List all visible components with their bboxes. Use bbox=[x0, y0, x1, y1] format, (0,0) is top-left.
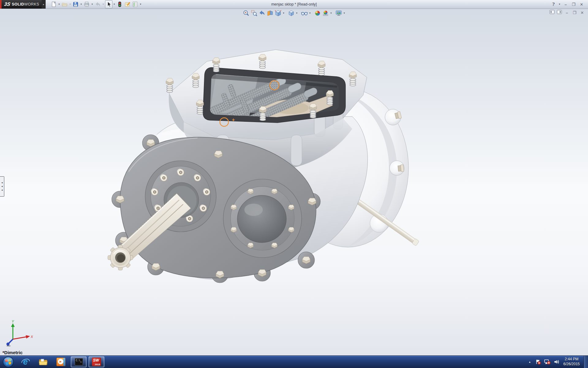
select-tool-dropdown[interactable]: ▾ bbox=[113, 1, 116, 8]
appearance-ball-icon bbox=[314, 10, 321, 17]
start-button[interactable] bbox=[0, 356, 17, 368]
taskbar-command-prompt[interactable]: C:\ bbox=[71, 356, 87, 367]
display-style-cube-icon bbox=[288, 10, 295, 17]
windows-start-orb-icon bbox=[2, 356, 14, 368]
command-prompt-icon: C:\ bbox=[75, 358, 83, 366]
section-view-button[interactable] bbox=[266, 9, 274, 17]
previous-view-icon bbox=[258, 10, 266, 17]
doc-minimize-button[interactable]: – bbox=[564, 10, 570, 15]
featuremanager-collapsed-tab[interactable]: ◂ ◂ ◂ bbox=[0, 176, 4, 197]
open-button[interactable] bbox=[61, 0, 68, 8]
collapse-arrow-icon: ◂ bbox=[1, 185, 2, 188]
edit-appearance-button[interactable] bbox=[314, 9, 322, 17]
open-folder-icon bbox=[62, 1, 68, 7]
previous-view-button[interactable] bbox=[258, 9, 266, 17]
main-toolbar: ▾ ▾ ▾ ▾ ▾ ▾ ▾ bbox=[50, 0, 142, 8]
help-button[interactable]: ? bbox=[550, 2, 557, 7]
triad-y-label: Y bbox=[12, 320, 14, 323]
save-button[interactable] bbox=[72, 0, 79, 8]
new-document-button[interactable] bbox=[50, 0, 57, 8]
tray-date: 6/26/2015 bbox=[564, 362, 580, 367]
taskbar-file-explorer[interactable] bbox=[35, 356, 51, 367]
traffic-light-button[interactable] bbox=[116, 0, 123, 8]
input-shaft-spline-end[interactable] bbox=[108, 245, 133, 270]
selection-plus-icon: + bbox=[232, 117, 235, 123]
eyeglasses-icon bbox=[301, 10, 308, 17]
display-style-dropdown[interactable]: ▾ bbox=[295, 10, 298, 17]
highlighted-gear-tooth[interactable] bbox=[269, 80, 280, 90]
zoom-to-fit-icon bbox=[243, 10, 250, 17]
volume-icon[interactable] bbox=[553, 359, 560, 365]
menu-expand-arrow-icon[interactable]: ▸ bbox=[42, 0, 46, 9]
apply-scene-button[interactable] bbox=[322, 9, 330, 17]
doc-restore-button[interactable]: ❐ bbox=[572, 10, 577, 15]
windows-taskbar: e ▶ C:\ SW 2015 bbox=[0, 355, 588, 368]
edit-note-icon bbox=[124, 1, 130, 7]
zoom-to-fit-button[interactable] bbox=[242, 9, 250, 17]
help-dropdown[interactable]: ▾ bbox=[558, 1, 561, 8]
select-cursor-icon bbox=[106, 1, 112, 7]
show-hidden-icons-button[interactable]: ▲ bbox=[527, 359, 532, 365]
document-title: menjac sklop * [Read-only] bbox=[271, 2, 317, 6]
view-settings-monitor-icon bbox=[335, 10, 342, 17]
network-status-icon[interactable] bbox=[544, 359, 551, 365]
taskbar-solidworks-2015[interactable]: SW 2015 bbox=[89, 356, 104, 367]
logo-brand-light: WORKS bbox=[24, 2, 39, 6]
solidworks-2015-icon: SW 2015 bbox=[92, 358, 101, 366]
zoom-to-area-button[interactable] bbox=[250, 9, 258, 17]
system-tray: ▲ 2:44 PM 6/26/2015 bbox=[527, 356, 588, 368]
media-player-icon: ▶ bbox=[56, 358, 66, 366]
view-settings-dropdown[interactable]: ▾ bbox=[343, 10, 346, 17]
featuremanager-pane-right-button[interactable] bbox=[557, 10, 562, 16]
restore-button[interactable]: ❐ bbox=[570, 2, 577, 7]
minimize-button[interactable]: – bbox=[562, 2, 569, 7]
triad-x-label: X bbox=[30, 335, 33, 339]
internet-explorer-ring-icon bbox=[20, 357, 31, 366]
view-settings-button[interactable] bbox=[335, 9, 343, 17]
action-center-flag-icon[interactable] bbox=[535, 359, 541, 365]
open-dropdown[interactable]: ▾ bbox=[69, 1, 72, 8]
view-orientation-label: *Dimetric bbox=[2, 350, 23, 355]
rear-hex-bolt[interactable] bbox=[398, 165, 404, 172]
right-bearing-dome[interactable] bbox=[223, 179, 302, 258]
display-style-button[interactable] bbox=[287, 9, 295, 17]
taskbar-media-player[interactable]: ▶ bbox=[53, 356, 69, 367]
save-dropdown[interactable]: ▾ bbox=[80, 1, 83, 8]
options-checklist-icon bbox=[132, 1, 138, 7]
featuremanager-pane-left-button[interactable] bbox=[549, 10, 555, 16]
doc-close-button[interactable]: ✕ bbox=[579, 10, 585, 15]
undo-button[interactable] bbox=[94, 0, 101, 8]
print-button[interactable] bbox=[83, 0, 90, 8]
window-controls: ? ▾ – ❐ ✕ bbox=[550, 0, 585, 9]
taskbar-clock[interactable]: 2:44 PM 6/26/2015 bbox=[564, 357, 580, 366]
taskbar-internet-explorer[interactable]: e bbox=[17, 356, 33, 367]
apply-scene-icon bbox=[322, 10, 329, 17]
hide-show-items-button[interactable] bbox=[300, 9, 308, 17]
folder-icon bbox=[39, 358, 48, 366]
close-button[interactable]: ✕ bbox=[578, 2, 585, 7]
options-checklist-button[interactable] bbox=[131, 0, 139, 8]
graphics-area: + ▾ ▾ ▾ ▾ ▾ bbox=[0, 9, 588, 356]
gearbox-model[interactable]: + bbox=[108, 50, 419, 283]
new-document-dropdown[interactable]: ▾ bbox=[58, 1, 61, 8]
edit-note-button[interactable] bbox=[124, 0, 131, 8]
show-desktop-button[interactable] bbox=[584, 356, 588, 368]
select-tool-button[interactable] bbox=[105, 0, 112, 8]
undo-arrow-icon bbox=[95, 1, 101, 7]
new-document-icon bbox=[51, 1, 57, 7]
document-window-controls: – ❐ ✕ bbox=[549, 10, 585, 16]
undo-dropdown[interactable]: ▾ bbox=[102, 1, 105, 8]
print-dropdown[interactable]: ▾ bbox=[91, 1, 94, 8]
options-checklist-dropdown[interactable]: ▾ bbox=[139, 1, 142, 8]
view-orientation-button[interactable] bbox=[274, 9, 282, 17]
apply-scene-dropdown[interactable]: ▾ bbox=[330, 10, 333, 17]
play-icon: ▶ bbox=[60, 360, 62, 363]
hide-show-items-dropdown[interactable]: ▾ bbox=[308, 10, 311, 17]
pane-left-icon bbox=[549, 10, 555, 14]
solidworks-logo: 3S SOLID WORKS ▸ bbox=[0, 0, 46, 9]
zoom-to-area-icon bbox=[251, 10, 258, 17]
3d-viewport[interactable]: + bbox=[0, 9, 588, 356]
logo-brand-bold: SOLID bbox=[12, 2, 24, 6]
view-orientation-dropdown[interactable]: ▾ bbox=[282, 10, 285, 17]
pane-right-icon bbox=[557, 10, 562, 14]
